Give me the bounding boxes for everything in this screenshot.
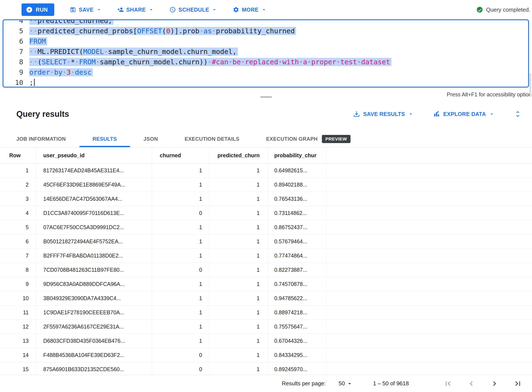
text-cursor — [34, 79, 35, 86]
caret-down-icon — [408, 111, 414, 117]
table-cell: 0.89245970... — [268, 362, 326, 375]
caret-down-icon — [212, 7, 217, 13]
caret-down-icon — [489, 111, 494, 117]
drag-handle[interactable] — [260, 96, 272, 98]
column-header-predicted_churn[interactable]: predicted_churn — [210, 147, 268, 163]
page-size-select[interactable]: 50 — [339, 380, 353, 387]
table-cell: 1 — [152, 163, 210, 177]
code-text: ; — [29, 77, 528, 88]
results-header: Query results SAVE RESULTS EXPLORE DATA — [0, 103, 532, 125]
query-toolbar: RUN SAVE SHARE SCHEDULE MORE — [0, 0, 532, 19]
page-size-value: 50 — [339, 380, 345, 387]
more-button[interactable]: MORE — [233, 6, 267, 13]
line-number: 7 — [4, 47, 29, 57]
column-header-row[interactable]: Row — [0, 147, 36, 163]
code-text: ··(SELECT·*·FROM·sample_churn_model.chur… — [29, 57, 528, 67]
table-row[interactable]: 14F488B4536BA104FE39ED63F2...010.8433429… — [0, 348, 532, 362]
table-cell: 0.76543136... — [268, 192, 326, 206]
caret-down-icon — [96, 7, 102, 13]
vertical-scrollbar[interactable] — [529, 73, 531, 97]
table-row[interactable]: 6B0501218272494AE4F5752EA...110.57679464… — [0, 234, 532, 249]
table-cell: 1C9DAE1F278190CEEEEB70A... — [36, 306, 152, 319]
table-cell: B0501218272494AE4F5752EA... — [36, 234, 152, 248]
table-cell: 1 — [0, 163, 36, 177]
next-page-button[interactable] — [490, 379, 499, 388]
code-line[interactable]: 6FROM — [4, 36, 528, 47]
tab-execution-details[interactable]: EXECUTION DETAILS — [171, 131, 253, 147]
code-line[interactable]: 10; — [4, 77, 528, 88]
line-number: 8 — [4, 57, 29, 67]
last-page-button[interactable] — [513, 379, 522, 388]
table-row[interactable]: 7B2FFF7F4FBABDA01138D0E2...110.77474864.… — [0, 249, 532, 263]
table-row[interactable]: 15875A6901B633D21352CDE560...010.8924597… — [0, 362, 532, 375]
schedule-button[interactable]: SCHEDULE — [169, 6, 217, 13]
table-cell: 9 — [0, 277, 36, 291]
share-button[interactable]: SHARE — [117, 6, 154, 13]
table-cell: 7 — [0, 249, 36, 263]
code-text: ··predicted_churned, — [29, 19, 528, 26]
expand-results-button[interactable] — [514, 110, 522, 118]
first-page-icon — [443, 379, 452, 388]
column-header-user_pseudo_id[interactable]: user_pseudo_id — [36, 147, 152, 163]
table-row[interactable]: 99D956C83A0AD889DDFCA96A...110.74570878.… — [0, 277, 532, 291]
table-cell: 7CD0708B481263C11B97FE80... — [36, 263, 152, 277]
tab-json[interactable]: JSON — [130, 131, 171, 147]
run-label: RUN — [36, 7, 48, 13]
explore-data-button[interactable]: EXPLORE DATA — [433, 110, 494, 118]
results-actions: SAVE RESULTS EXPLORE DATA — [353, 110, 522, 118]
first-page-button[interactable] — [443, 379, 452, 388]
table-row[interactable]: 507AC6E7F50CC5A3D9991DC2...110.86752437.… — [0, 220, 532, 234]
table-row[interactable]: 4D1CC3A8740095F70116D613E...010.73114862… — [0, 206, 532, 220]
code-text: order·by·3·desc — [29, 67, 528, 77]
table-cell: 1 — [152, 234, 210, 248]
panel-divider: Press Alt+F1 for accessibility option — [0, 88, 532, 102]
table-cell: 3B049329E3090DA7A4339C4... — [36, 291, 152, 305]
table-cell: 1 — [210, 306, 268, 319]
table-row[interactable]: 13D6803CFD38D435F0364EB476...110.6704432… — [0, 334, 532, 348]
code-text: ··ML.PREDICT(MODEL·sample_churn_model.ch… — [29, 47, 528, 57]
table-row[interactable]: 122F5597A6236A6167CE29E31A...110.7557564… — [0, 320, 532, 334]
table-row[interactable]: 111C9DAE1F278190CEEEEB70A...110.88974218… — [0, 306, 532, 320]
column-header-churned[interactable]: churned — [152, 147, 210, 163]
accessibility-hint: Press Alt+F1 for accessibility option — [447, 91, 532, 98]
table-cell: 1 — [152, 320, 210, 334]
column-header-probability_chur[interactable]: probability_chur — [268, 147, 326, 163]
code-line[interactable]: 7··ML.PREDICT(MODEL·sample_churn_model.c… — [4, 47, 528, 57]
tab-job-information[interactable]: JOB INFORMATION — [3, 131, 79, 147]
code-line[interactable]: 8··(SELECT·*·FROM·sample_churn_model.chu… — [4, 57, 528, 67]
table-cell: D1CC3A8740095F70116D613E... — [36, 206, 152, 220]
table-cell: 0.88974218... — [268, 306, 326, 319]
table-cell: 0.67044326... — [268, 334, 326, 348]
table-cell: 13 — [0, 334, 36, 348]
page-range-text: 1 – 50 of 9618 — [373, 380, 409, 387]
table-cell: 1 — [210, 291, 268, 305]
save-button[interactable]: SAVE — [70, 6, 102, 13]
tab-results[interactable]: RESULTS — [79, 131, 130, 147]
run-button[interactable]: RUN — [22, 4, 54, 16]
table-cell: 1 — [210, 220, 268, 234]
chevron-left-icon — [467, 379, 476, 388]
table-cell: 1 — [210, 348, 268, 362]
code-line[interactable]: 9order·by·3·desc — [4, 67, 528, 77]
table-row[interactable]: 1817263174EAD24B45AE311E4...110.64982615… — [0, 163, 532, 178]
table-cell: 0.57679464... — [268, 234, 326, 248]
code-text: FROM — [29, 36, 528, 47]
status-text: Query completed. — [486, 6, 530, 13]
table-row[interactable]: 103B049329E3090DA7A4339C4...110.94785622… — [0, 291, 532, 306]
play-icon — [26, 6, 33, 13]
table-cell: 1 — [210, 192, 268, 206]
caret-down-icon — [347, 381, 353, 387]
save-icon — [70, 6, 76, 13]
table-row[interactable]: 87CD0708B481263C11B97FE80...010.82273887… — [0, 263, 532, 277]
save-results-button[interactable]: SAVE RESULTS — [353, 110, 414, 118]
table-row[interactable]: 314E656DE7AC47D563067AA4...110.76543136.… — [0, 192, 532, 206]
tab-execution-graph[interactable]: EXECUTION GRAPHPREVIEW — [253, 131, 364, 147]
table-row[interactable]: 245CF6EF33D9E1E8869E5F49A...110.89402188… — [0, 178, 532, 192]
tab-label: JSON — [144, 136, 158, 142]
table-cell: 15 — [0, 362, 36, 375]
previous-page-button[interactable] — [467, 379, 476, 388]
more-label: MORE — [242, 7, 258, 13]
code-line[interactable]: 4··predicted_churned, — [4, 19, 528, 26]
code-line[interactable]: 5··predicted_churned_probs[OFFSET(0)].pr… — [4, 26, 528, 36]
sql-editor[interactable]: 4··predicted_churned,5··predicted_churne… — [3, 19, 529, 88]
